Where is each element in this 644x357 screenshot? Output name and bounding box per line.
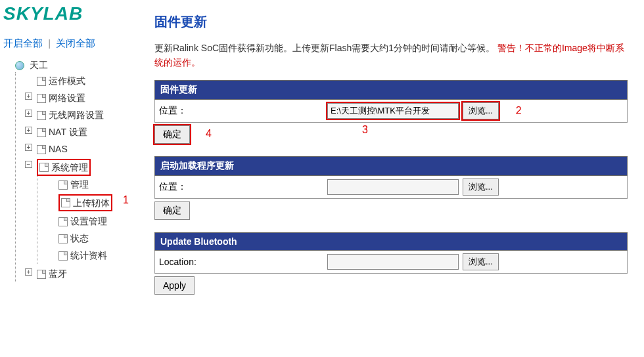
location-label: Location:: [159, 257, 323, 267]
bluetooth-path-input[interactable]: [327, 254, 459, 270]
page-icon: [37, 77, 46, 86]
page-icon: [58, 234, 68, 243]
tree-settings-mgmt[interactable]: 设置管理: [70, 216, 107, 226]
bootloader-update-panel: 启动加载程序更新 位置： 浏览... 确定: [154, 156, 628, 222]
submit-button[interactable]: 确定: [154, 125, 190, 144]
annotation-3: 3: [362, 124, 368, 136]
page-icon: [58, 217, 68, 226]
desc-text: 更新Ralink SoC固件获得新功能。上传更新Flash需要大约1分钟的时间请…: [154, 43, 495, 53]
page-icon: [58, 251, 68, 261]
open-all-link[interactable]: 开启全部: [3, 37, 43, 49]
expander-icon[interactable]: +: [25, 268, 32, 276]
browse-button[interactable]: 浏览...: [463, 253, 499, 270]
top-links: 开启全部 | 关闭全部: [3, 37, 128, 50]
separator: |: [48, 37, 51, 49]
nav-tree: 天工 运作模式 +网络设置 +无线网路设置 +NAT 设置 +NAS − 系统管…: [3, 56, 128, 284]
logo: SKYLAB: [3, 3, 128, 24]
page-icon: [39, 163, 49, 172]
expander-icon[interactable]: +: [25, 144, 32, 151]
panel-header: 启动加载程序更新: [154, 156, 628, 176]
annotation-4: 4: [206, 128, 212, 139]
tree-nas[interactable]: NAS: [49, 144, 68, 154]
tree-status[interactable]: 状态: [70, 233, 89, 243]
page-icon: [37, 270, 46, 279]
tiangong-icon: [15, 61, 24, 70]
tree-tiangong[interactable]: 天工: [30, 60, 48, 70]
submit-button[interactable]: 确定: [154, 201, 190, 220]
tree-network[interactable]: 网络设置: [49, 93, 85, 103]
tree-nat[interactable]: NAT 设置: [49, 127, 87, 137]
page-icon: [37, 145, 46, 154]
page-description: 更新Ralink SoC固件获得新功能。上传更新Flash需要大约1分钟的时间请…: [154, 41, 628, 70]
panel-header: 固件更新: [154, 80, 628, 100]
panel-header: Update Bluetooth: [154, 232, 628, 251]
page-icon: [37, 94, 46, 103]
bluetooth-update-panel: Update Bluetooth Location: 浏览... Apply: [154, 232, 628, 297]
page-icon: [58, 180, 68, 190]
page-title: 固件更新: [154, 13, 628, 31]
annotation-1: 1: [123, 193, 129, 207]
page-icon: [61, 198, 70, 207]
tree-bluetooth[interactable]: 蓝牙: [49, 268, 67, 279]
expander-icon[interactable]: +: [25, 127, 32, 134]
firmware-path-input[interactable]: [327, 103, 459, 119]
tree-stats[interactable]: 统计资料: [70, 250, 107, 261]
browse-button[interactable]: 浏览...: [463, 102, 499, 119]
location-label: 位置：: [159, 181, 323, 193]
browse-button[interactable]: 浏览...: [463, 178, 499, 196]
location-label: 位置：: [159, 105, 323, 117]
annotation-2: 2: [516, 105, 522, 117]
expander-icon[interactable]: +: [25, 93, 32, 100]
tree-wireless[interactable]: 无线网路设置: [49, 110, 104, 120]
apply-button[interactable]: Apply: [154, 276, 195, 295]
firmware-update-panel: 固件更新 位置： 浏览... 2 确定 4 3: [154, 80, 628, 146]
expander-icon[interactable]: +: [25, 110, 32, 117]
tree-mgmt[interactable]: 管理: [70, 179, 89, 190]
expander-icon[interactable]: −: [25, 161, 32, 168]
tree-sysmgmt[interactable]: 系统管理: [51, 160, 88, 175]
tree-upload-fw[interactable]: 上传轫体: [73, 196, 110, 210]
bootloader-path-input[interactable]: [327, 179, 459, 195]
page-icon: [37, 111, 46, 120]
tree-op-mode[interactable]: 运作模式: [49, 75, 85, 86]
page-icon: [37, 128, 46, 137]
close-all-link[interactable]: 关闭全部: [56, 37, 95, 49]
